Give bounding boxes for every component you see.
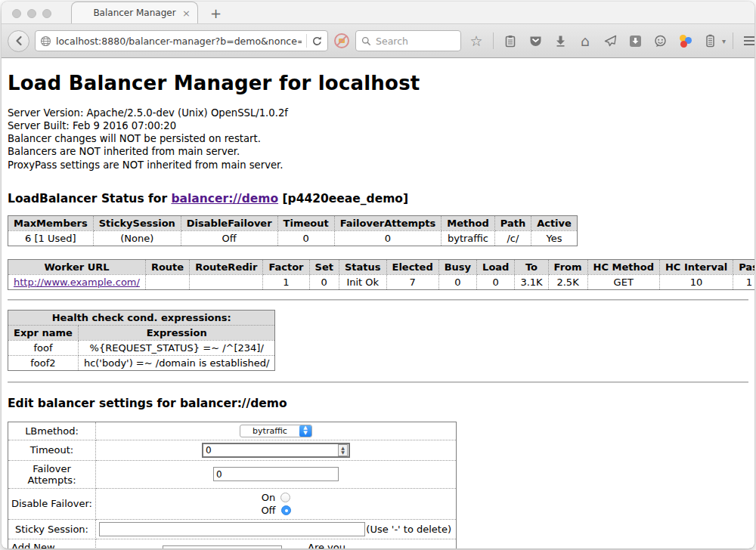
chat-smiley-icon[interactable] [650, 31, 670, 51]
sticky-session-hint: (Use '-' to delete) [366, 524, 453, 535]
cell-to: 3.1K [515, 274, 548, 289]
col-set: Set [309, 259, 339, 274]
disable-failover-off-radio[interactable] [281, 505, 291, 515]
lbmethod-label: LBmethod: [8, 422, 96, 440]
col-factor: Factor [263, 259, 309, 274]
col-route: Route [145, 259, 189, 274]
col-to: To [515, 259, 548, 274]
close-window-button[interactable] [12, 9, 21, 18]
bookmark-star-icon[interactable]: ☆ [466, 31, 486, 51]
col-from: From [548, 259, 587, 274]
health-check-table: Health check cond. expressions: Expr nam… [8, 310, 275, 371]
add-worker-input[interactable] [163, 545, 282, 548]
cell-failoverattempts: 0 [334, 230, 442, 246]
cell-expr-name: foof [8, 340, 79, 355]
window-controls[interactable] [12, 9, 51, 18]
cell-stickysession: (None) [93, 230, 181, 246]
pocket-icon[interactable] [525, 31, 545, 51]
disable-failover-on-radio[interactable] [280, 493, 290, 502]
battery-list-icon[interactable] [700, 31, 720, 51]
search-input[interactable] [376, 36, 445, 47]
col-expr-name: Expr name [8, 325, 79, 340]
cell-elected: 7 [386, 274, 438, 289]
inherit-note-line: Balancers are NOT inherited from main se… [8, 145, 748, 158]
lbmethod-selected-value: bytraffic [240, 426, 299, 436]
toolbar-divider [733, 32, 733, 49]
form-row-timeout: Timeout: ▲▼ [8, 440, 457, 460]
col-passes: Passes [733, 259, 754, 274]
tab-title: Balancer Manager [93, 8, 175, 18]
page-title: Load Balancer Manager for localhost [8, 58, 748, 94]
browser-window: Balancer Manager × + localhost:8880/bala… [2, 2, 754, 548]
col-load: Load [477, 259, 515, 274]
col-routeredir: RouteRedir [190, 259, 263, 274]
home-icon[interactable]: ⌂ [575, 31, 595, 51]
table-header-row: Expr name Expression [8, 325, 275, 340]
downloads-arrow-icon[interactable] [550, 31, 570, 51]
overflow-caret-icon[interactable]: ▾ [722, 37, 726, 45]
col-hc-method: HC Method [587, 259, 659, 274]
sticky-session-input[interactable] [99, 522, 365, 536]
blocked-content-icon[interactable] [333, 32, 350, 49]
back-arrow-icon [13, 35, 25, 47]
radio-on-label: On [262, 492, 275, 503]
cell-active: Yes [531, 230, 578, 246]
table-row: foof %{REQUEST_STATUS} =~ /^[234]/ [8, 340, 275, 355]
confirm-label: Are you sure? [308, 542, 366, 548]
timeout-input[interactable] [203, 445, 338, 456]
form-row-add-worker: Add New Worker: Are you sure? [8, 539, 457, 548]
col-status: Status [339, 259, 386, 274]
clipboard-icon[interactable] [500, 31, 520, 51]
toolbar-divider [493, 32, 494, 49]
edit-balancer-heading: Edit balancer settings for balancer://de… [8, 397, 748, 410]
reload-icon[interactable] [311, 36, 323, 47]
extension-dots-icon[interactable] [675, 31, 695, 51]
cell-status: Init Ok [339, 274, 386, 289]
cell-disablefailover: Off [181, 230, 277, 246]
tab-close-icon[interactable]: × [182, 8, 191, 19]
section-divider [8, 382, 748, 383]
status-heading-prefix: LoadBalancer Status for [8, 192, 171, 205]
number-stepper-icon[interactable]: ▲▼ [338, 444, 348, 456]
table-row: 6 [1 Used] (None) Off 0 0 bytraffic /c/ … [8, 230, 578, 246]
urlbar-divider [306, 34, 307, 48]
select-stepper-icon: ▲▼ [299, 425, 311, 437]
balancer-demo-link[interactable]: balancer://demo [171, 192, 278, 205]
health-table-title: Health check cond. expressions: [8, 310, 275, 325]
cell-load: 0 [477, 274, 515, 289]
col-disablefailover: DisableFailover [181, 215, 277, 230]
search-box[interactable] [355, 30, 461, 51]
table-row: foof2 hc('body') =~ /domain is establish… [8, 355, 275, 370]
menu-hamburger-icon[interactable] [740, 31, 754, 51]
send-plane-icon[interactable] [600, 31, 620, 51]
failover-attempts-input[interactable] [213, 467, 339, 481]
tab-balancer-manager[interactable]: Balancer Manager × [71, 2, 198, 23]
lbmethod-select[interactable]: bytraffic ▲▼ [240, 425, 312, 437]
cell-set: 0 [309, 274, 339, 289]
status-heading-suffix: [p4420eeae_demo] [278, 192, 408, 205]
col-method: Method [442, 215, 494, 230]
new-tab-button[interactable]: + [210, 7, 222, 20]
disable-failover-label: Disable Failover: [8, 488, 96, 519]
worker-url-link[interactable]: http://www.example.com/ [14, 277, 140, 288]
back-button[interactable] [8, 30, 29, 52]
download-box-icon[interactable] [625, 31, 645, 51]
server-built-line: Server Built: Feb 9 2016 07:00:20 [8, 119, 748, 132]
table-header-row: MaxMembers StickySession DisableFailover… [8, 215, 578, 230]
balancer-status-table: MaxMembers StickySession DisableFailover… [8, 215, 578, 246]
table-header-row: Worker URL Route RouteRedir Factor Set S… [8, 259, 755, 274]
edit-balancer-form: LBmethod: bytraffic ▲▼ Timeout: ▲▼ [8, 422, 457, 548]
blocked-content-glyph [333, 32, 350, 49]
cell-from: 2.5K [548, 274, 587, 289]
col-path: Path [494, 215, 531, 230]
server-info: Server Version: Apache/2.5.0-dev (Unix) … [8, 107, 748, 171]
zoom-window-button[interactable] [42, 9, 51, 18]
minimize-window-button[interactable] [27, 9, 36, 18]
navigation-toolbar: localhost:8880/balancer-manager?b=demo&n… [2, 24, 754, 58]
persist-note-line: Balancer changes will NOT be persisted o… [8, 132, 748, 145]
url-text[interactable]: localhost:8880/balancer-manager?b=demo&n… [56, 36, 302, 47]
url-bar[interactable]: localhost:8880/balancer-manager?b=demo&n… [35, 30, 328, 51]
form-row-disable-failover: Disable Failover: On Off [8, 488, 457, 519]
add-worker-label: Add New Worker: [8, 539, 96, 548]
loadbalancer-status-heading: LoadBalancer Status for balancer://demo … [8, 192, 748, 205]
